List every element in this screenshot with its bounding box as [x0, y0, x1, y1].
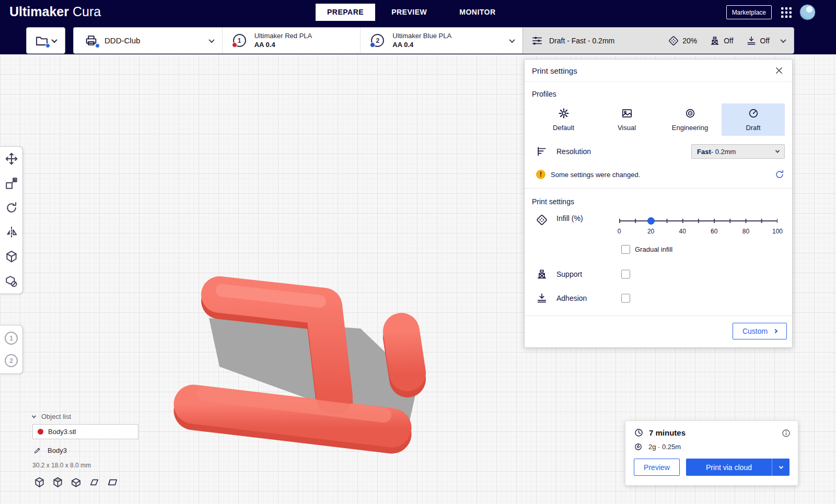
- profile-label: Engineering: [672, 124, 708, 132]
- support-checkbox[interactable]: [621, 270, 630, 279]
- support-blocker-button[interactable]: [5, 275, 18, 288]
- print-settings-summary-button[interactable]: Draft - Fast - 0.2mm 20% Off Off: [522, 27, 794, 54]
- extruder-1-selector[interactable]: 1 Ultimaker Red PLA AA 0.4: [223, 28, 361, 53]
- print-time: 7 minutes: [649, 428, 686, 437]
- profile-engineering[interactable]: Engineering: [658, 103, 722, 136]
- app-logo: UltimakerCura: [9, 4, 101, 19]
- adhesion-checkbox[interactable]: [621, 294, 630, 303]
- infill-slider-handle[interactable]: [647, 217, 655, 225]
- object-list-toggle[interactable]: Object list: [32, 413, 71, 420]
- print-summary-card: 7 minutes 2g · 0.25m Preview Print via c…: [625, 420, 798, 486]
- apps-grid-icon[interactable]: [781, 7, 792, 18]
- nozzle-size: AA 0.4: [392, 41, 451, 49]
- extruder-1-number: 1: [238, 37, 241, 44]
- extruder-2-number: 2: [9, 357, 13, 365]
- adhesion-summary: Off: [746, 36, 770, 46]
- tab-prepare[interactable]: PREPARE: [316, 4, 375, 21]
- infill-row: Infill (%) 0 20 40 60 80 100: [525, 212, 792, 240]
- print-via-cloud-button[interactable]: Print via cloud: [686, 459, 772, 476]
- warning-text: Some settings were changed.: [551, 171, 640, 179]
- infill-slider-wrap: 0 20 40 60 80 100: [619, 214, 777, 236]
- open-file-button[interactable]: [26, 27, 65, 54]
- mirror-tool-button[interactable]: [5, 226, 18, 239]
- layers-icon: [536, 146, 548, 157]
- resolution-row: Resolution Fast - 0.2mm: [525, 136, 792, 163]
- profile-summary: Draft - Fast - 0.2mm: [549, 37, 614, 45]
- extruder-2-selector[interactable]: 2 Ultimaker Blue PLA AA 0.4: [361, 28, 522, 53]
- support-summary: Off: [710, 36, 733, 46]
- orientation-icon-3[interactable]: [70, 476, 82, 488]
- rotate-tool-button[interactable]: [5, 201, 18, 215]
- close-icon[interactable]: [773, 65, 785, 76]
- material-usage: 2g · 0.25m: [648, 443, 681, 451]
- resolution-dropdown[interactable]: Fast - 0.2mm: [691, 144, 785, 159]
- marketplace-button[interactable]: Marketplace: [726, 5, 772, 19]
- support-icon: [710, 36, 720, 46]
- adhesion-summary-value: Off: [760, 37, 770, 45]
- print-split-button: Print via cloud: [686, 459, 789, 476]
- print-settings-panel: Print settings Profiles Default Visual E…: [524, 59, 793, 348]
- object-rename-row[interactable]: Body3: [33, 447, 67, 454]
- print-options-chevron-button[interactable]: [772, 459, 789, 476]
- infill-icon: [536, 214, 548, 226]
- orientation-icon-1[interactable]: [33, 476, 45, 488]
- gradual-infill-checkbox[interactable]: [621, 245, 630, 254]
- object-list-item[interactable]: Body3.stl: [32, 424, 138, 439]
- preview-button[interactable]: Preview: [634, 459, 680, 476]
- tab-preview[interactable]: PREVIEW: [375, 4, 443, 21]
- extruder-2-select-button[interactable]: 2: [5, 354, 18, 367]
- infill-slider[interactable]: [619, 214, 777, 228]
- support-summary-value: Off: [724, 37, 733, 45]
- profile-row: Default Visual Engineering Draft: [525, 103, 792, 136]
- target-icon: [684, 108, 696, 119]
- extruder-1-select-button[interactable]: 1: [5, 332, 18, 345]
- infill-summary-value: 20%: [682, 37, 697, 45]
- orientation-icon-5[interactable]: [107, 476, 119, 488]
- profile-draft[interactable]: Draft: [722, 103, 785, 136]
- sync-dot: [45, 43, 50, 48]
- custom-settings-button[interactable]: Custom: [733, 323, 787, 339]
- profile-label: Default: [553, 124, 574, 132]
- extruder-select-panel: 1 2: [0, 325, 23, 374]
- sync-dot: [95, 43, 100, 48]
- nozzle-size: AA 0.4: [254, 41, 312, 49]
- profile-label: Draft: [746, 124, 760, 132]
- model-body3[interactable]: [172, 263, 444, 456]
- printer-icon: [84, 34, 98, 47]
- summary-buttons: Preview Print via cloud: [634, 459, 789, 476]
- custom-button-label: Custom: [742, 327, 768, 335]
- profile-visual[interactable]: Visual: [595, 103, 658, 136]
- support-icon: [536, 268, 548, 280]
- orientation-icon-4[interactable]: [88, 476, 100, 488]
- profile-default[interactable]: Default: [532, 103, 595, 136]
- adhesion-icon: [536, 292, 548, 304]
- custom-row: Custom: [525, 316, 792, 347]
- material-name: Ultimaker Blue PLA: [392, 32, 451, 40]
- info-icon[interactable]: [781, 428, 791, 438]
- profiles-label: Profiles: [525, 82, 792, 103]
- panel-header: Print settings: [525, 60, 792, 82]
- object-color-dot: [38, 429, 43, 435]
- chevron-down-icon: [51, 37, 57, 42]
- tab-monitor[interactable]: MONITOR: [443, 4, 512, 21]
- adhesion-icon: [746, 36, 757, 46]
- orientation-icon-row: [33, 476, 119, 488]
- machine-bar: DDD-Club 1 Ultimaker Red PLA AA 0.4 2 Ul…: [73, 27, 522, 54]
- per-model-cube-icon: [5, 250, 18, 264]
- print-settings-section-title: Print settings: [525, 189, 792, 212]
- infill-label: Infill (%): [556, 214, 583, 222]
- print-time-row: 7 minutes: [634, 428, 789, 438]
- scale-tool-button[interactable]: [5, 177, 18, 190]
- orientation-icon-2[interactable]: [52, 476, 64, 488]
- move-tool-button[interactable]: [5, 152, 18, 166]
- per-model-settings-button[interactable]: [5, 250, 18, 264]
- material-color-dot: [232, 42, 237, 48]
- extruder-2-badge: 2: [371, 34, 384, 47]
- reset-settings-icon[interactable]: [774, 169, 785, 180]
- chevron-down-icon: [775, 148, 780, 153]
- account-avatar[interactable]: [799, 4, 816, 20]
- printer-selector[interactable]: DDD-Club: [74, 28, 223, 53]
- resolution-label: Resolution: [556, 147, 591, 156]
- adhesion-row: Adhesion: [525, 286, 792, 310]
- chevron-down-icon: [208, 37, 214, 42]
